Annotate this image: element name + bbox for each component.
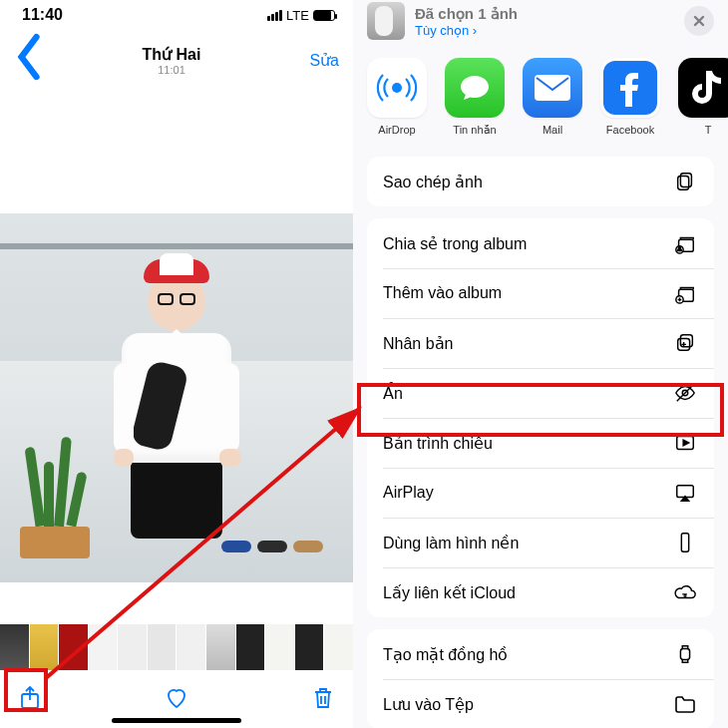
- thumb[interactable]: [177, 624, 205, 670]
- status-bar: 11:40 LTE: [0, 0, 353, 24]
- folder-icon: [672, 693, 698, 715]
- action-slideshow[interactable]: Bản trình chiếu: [367, 418, 714, 468]
- thumb[interactable]: [0, 624, 29, 670]
- thumb[interactable]: [265, 624, 294, 670]
- action-share-album[interactable]: Chia sẻ trong album: [367, 218, 714, 268]
- action-duplicate[interactable]: Nhân bản: [367, 318, 714, 368]
- thumb[interactable]: [324, 624, 353, 670]
- status-signal: LTE: [267, 8, 335, 23]
- row-label: Nhân bản: [383, 334, 454, 353]
- network-label: LTE: [286, 8, 309, 23]
- thumb[interactable]: [118, 624, 147, 670]
- chevron-left-icon: [14, 32, 44, 82]
- row-label: Thêm vào album: [383, 284, 502, 302]
- duplicate-icon: [672, 332, 698, 354]
- app-label: Facebook: [606, 124, 654, 136]
- add-album-icon: [672, 282, 698, 304]
- share-button[interactable]: [18, 685, 42, 715]
- action-icloud-link[interactable]: Lấy liên kết iCloud: [367, 567, 714, 617]
- app-label: Tin nhắn: [453, 124, 496, 137]
- mail-icon: [523, 58, 582, 118]
- heart-icon: [165, 685, 188, 711]
- app-tiktok[interactable]: T: [678, 58, 728, 137]
- share-sheet: Đã chọn 1 ảnh Tùy chọn › AirDrop Tin nhắ…: [353, 0, 728, 728]
- row-label: Bản trình chiếu: [383, 434, 493, 453]
- cloud-link-icon: [672, 581, 698, 603]
- app-label: T: [705, 124, 712, 136]
- slideshow-icon: [672, 432, 698, 454]
- thumb[interactable]: [59, 624, 88, 670]
- action-create-watchface[interactable]: Tạo mặt đồng hồ: [367, 629, 714, 679]
- thumb[interactable]: [236, 624, 265, 670]
- sheet-thumbnail: [367, 2, 405, 40]
- row-label: AirPlay: [383, 484, 434, 502]
- trash-icon: [311, 685, 335, 711]
- delete-button[interactable]: [311, 685, 335, 715]
- share-icon: [18, 685, 42, 711]
- sheet-title: Đã chọn 1 ảnh: [415, 5, 518, 23]
- hide-icon: [672, 382, 698, 404]
- app-label: Mail: [543, 124, 562, 136]
- airplay-icon: [672, 482, 698, 504]
- thumb[interactable]: [89, 624, 118, 670]
- svg-rect-17: [680, 649, 689, 660]
- action-save-files[interactable]: Lưu vào Tệp: [367, 679, 714, 728]
- close-icon: [692, 14, 706, 28]
- action-add-album[interactable]: Thêm vào album: [367, 268, 714, 318]
- svg-point-1: [392, 83, 402, 93]
- facebook-icon: [600, 58, 660, 118]
- app-airdrop[interactable]: AirDrop: [367, 58, 427, 137]
- cellular-bars-icon: [267, 10, 282, 21]
- app-facebook[interactable]: Facebook: [600, 58, 660, 137]
- messages-icon: [445, 58, 505, 118]
- action-list: Sao chép ảnh Chia sẻ trong album Thêm và…: [353, 157, 728, 728]
- action-copy-photo[interactable]: Sao chép ảnh: [367, 157, 714, 206]
- thumb[interactable]: [295, 624, 324, 670]
- app-mail[interactable]: Mail: [523, 58, 582, 137]
- edit-button[interactable]: Sửa: [299, 51, 339, 70]
- battery-icon: [313, 10, 335, 21]
- shared-album-icon: [672, 232, 698, 254]
- svg-rect-2: [535, 75, 570, 101]
- row-label: Lấy liên kết iCloud: [383, 583, 516, 602]
- tiktok-icon: [678, 58, 728, 118]
- row-label: Lưu vào Tệp: [383, 695, 474, 714]
- photos-viewer: 11:40 LTE Thứ Hai 11:01 Sửa: [0, 0, 353, 728]
- airdrop-icon: [367, 58, 427, 118]
- share-apps-row[interactable]: AirDrop Tin nhắn Mail Facebook: [353, 50, 728, 157]
- svg-rect-16: [681, 534, 688, 551]
- row-label: Sao chép ảnh: [383, 173, 483, 191]
- close-button[interactable]: [684, 6, 714, 36]
- nav-title: Thứ Hai: [44, 45, 299, 64]
- sheet-header: Đã chọn 1 ảnh Tùy chọn ›: [353, 0, 728, 50]
- row-label: Dùng làm hình nền: [383, 534, 519, 552]
- photo-thumbnails[interactable]: [0, 624, 353, 670]
- photo-display[interactable]: [0, 213, 353, 582]
- thumb[interactable]: [206, 624, 235, 670]
- app-messages[interactable]: Tin nhắn: [445, 58, 505, 137]
- favorite-button[interactable]: [165, 685, 188, 715]
- app-label: AirDrop: [378, 124, 415, 136]
- nav-bar: Thứ Hai 11:01 Sửa: [0, 24, 353, 94]
- status-time: 11:40: [22, 6, 63, 24]
- sheet-options-link[interactable]: Tùy chọn ›: [415, 23, 518, 38]
- row-label: Tạo mặt đồng hồ: [383, 645, 508, 664]
- action-wallpaper[interactable]: Dùng làm hình nền: [367, 518, 714, 567]
- nav-subtitle: 11:01: [44, 64, 299, 76]
- thumb[interactable]: [148, 624, 177, 670]
- row-label: Ẩn: [383, 384, 403, 403]
- home-indicator[interactable]: [112, 718, 241, 723]
- action-hide[interactable]: Ẩn: [367, 368, 714, 418]
- phone-icon: [672, 532, 698, 553]
- watch-icon: [672, 643, 698, 665]
- back-button[interactable]: [14, 32, 44, 88]
- row-label: Chia sẻ trong album: [383, 234, 527, 253]
- thumb[interactable]: [30, 624, 59, 670]
- copy-icon: [672, 171, 698, 192]
- action-airplay[interactable]: AirPlay: [367, 468, 714, 518]
